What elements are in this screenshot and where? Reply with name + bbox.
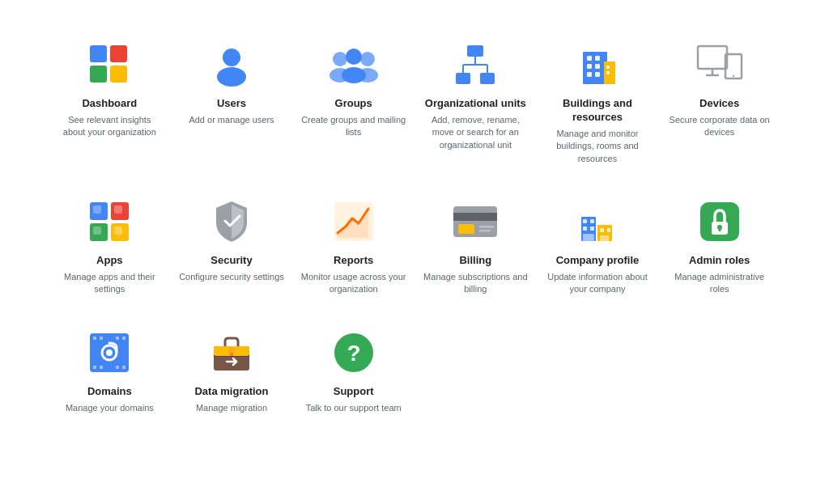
apps-title: Apps [96, 254, 123, 268]
support-item[interactable]: ? Support Talk to our support team [292, 312, 414, 430]
groups-item[interactable]: Groups Create groups and mailing lists [292, 24, 414, 181]
groups-desc: Create groups and mailing lists [300, 114, 406, 139]
data-migration-desc: Manage migration [196, 402, 267, 414]
org-title: Organizational units [425, 97, 526, 111]
devices-icon [695, 40, 744, 89]
admin-roles-icon [695, 197, 744, 246]
data-migration-item[interactable]: Data migration Manage migration [171, 312, 293, 430]
svg-rect-12 [467, 45, 483, 57]
svg-rect-70 [93, 366, 96, 369]
svg-rect-24 [587, 72, 592, 77]
billing-title: Billing [459, 254, 491, 268]
domains-title: Domains [87, 385, 132, 399]
svg-rect-2 [90, 66, 107, 83]
svg-rect-13 [456, 73, 470, 84]
dashboard-title: Dashboard [82, 97, 137, 111]
svg-point-11 [342, 67, 366, 83]
svg-rect-39 [114, 205, 122, 214]
admin-roles-title: Admin roles [689, 254, 750, 268]
org-units-item[interactable]: Organizational units Add, remove, rename… [414, 24, 537, 181]
admin-grid: Dashboard See relevant insights about yo… [0, 0, 829, 455]
svg-rect-52 [583, 227, 587, 231]
svg-rect-79 [230, 353, 233, 356]
buildings-desc: Manage and monitor buildings, rooms and … [545, 128, 651, 165]
devices-title: Devices [699, 97, 739, 111]
buildings-item[interactable]: Buildings and resources Manage and monit… [537, 24, 659, 181]
svg-rect-58 [600, 235, 609, 241]
svg-rect-45 [453, 213, 497, 221]
company-item[interactable]: Company profile Update information about… [537, 181, 659, 312]
users-item[interactable]: Users Add or manage users [171, 24, 293, 181]
billing-desc: Manage subscriptions and billing [423, 271, 529, 296]
svg-rect-27 [606, 66, 610, 69]
reports-icon [329, 197, 378, 246]
billing-item[interactable]: Billing Manage subscriptions and billing [414, 181, 537, 312]
svg-rect-20 [587, 56, 592, 61]
support-title: Support [334, 385, 374, 399]
security-desc: Configure security settings [179, 271, 284, 283]
company-title: Company profile [556, 254, 640, 268]
reports-title: Reports [334, 254, 373, 268]
svg-rect-29 [698, 46, 727, 69]
support-icon: ? [329, 328, 378, 377]
buildings-icon [573, 40, 622, 89]
svg-rect-47 [479, 226, 494, 228]
domains-item[interactable]: Domains Manage your domains [49, 312, 171, 430]
svg-rect-69 [122, 337, 125, 340]
org-icon [451, 40, 500, 89]
admin-roles-item[interactable]: Admin roles Manage administrative roles [658, 181, 780, 312]
dashboard-item[interactable]: Dashboard See relevant insights about yo… [49, 24, 171, 181]
svg-rect-66 [93, 337, 96, 340]
svg-point-5 [217, 67, 246, 87]
svg-rect-56 [600, 228, 604, 232]
buildings-title: Buildings and resources [545, 97, 651, 125]
org-desc: Add, remove, rename, move or search for … [423, 114, 529, 151]
dashboard-desc: See relevant insights about your organiz… [57, 114, 163, 139]
security-item[interactable]: Security Configure security settings [171, 181, 293, 312]
svg-rect-3 [110, 66, 127, 83]
svg-rect-68 [116, 337, 119, 340]
data-migration-icon [207, 328, 256, 377]
svg-rect-25 [595, 72, 600, 77]
svg-point-10 [346, 49, 362, 65]
svg-rect-73 [122, 366, 125, 369]
svg-rect-40 [93, 227, 101, 235]
svg-rect-62 [718, 227, 721, 231]
svg-rect-21 [595, 56, 600, 61]
svg-rect-57 [607, 228, 610, 232]
groups-title: Groups [335, 97, 372, 111]
reports-desc: Monitor usage across your organization [300, 271, 406, 296]
security-title: Security [210, 254, 252, 268]
apps-item[interactable]: Apps Manage apps and their settings [49, 181, 171, 312]
reports-item[interactable]: Reports Monitor usage across your organi… [292, 181, 414, 312]
company-icon [573, 197, 622, 246]
svg-point-4 [223, 49, 240, 66]
svg-rect-72 [116, 366, 119, 369]
admin-roles-desc: Manage administrative roles [666, 271, 772, 296]
svg-rect-67 [100, 337, 103, 340]
apps-desc: Manage apps and their settings [57, 271, 163, 296]
users-title: Users [217, 97, 246, 111]
svg-text:?: ? [346, 341, 360, 366]
billing-icon [451, 197, 500, 246]
svg-rect-0 [90, 45, 107, 62]
svg-rect-50 [583, 219, 587, 223]
company-desc: Update information about your company [545, 271, 651, 296]
domains-desc: Manage your domains [66, 402, 154, 414]
svg-rect-53 [590, 227, 594, 231]
domains-icon [85, 328, 134, 377]
svg-rect-14 [480, 73, 495, 84]
security-icon [207, 197, 256, 246]
svg-rect-1 [110, 45, 127, 62]
svg-rect-38 [93, 205, 101, 214]
svg-rect-48 [479, 230, 491, 232]
dashboard-icon [85, 40, 134, 89]
users-desc: Add or manage users [189, 114, 274, 126]
groups-icon [329, 40, 378, 89]
svg-point-6 [333, 52, 347, 66]
devices-item[interactable]: Devices Secure corporate data on devices [658, 24, 780, 181]
apps-icon [85, 197, 134, 246]
svg-rect-22 [587, 64, 592, 69]
svg-rect-23 [595, 64, 600, 69]
svg-rect-28 [606, 71, 610, 74]
